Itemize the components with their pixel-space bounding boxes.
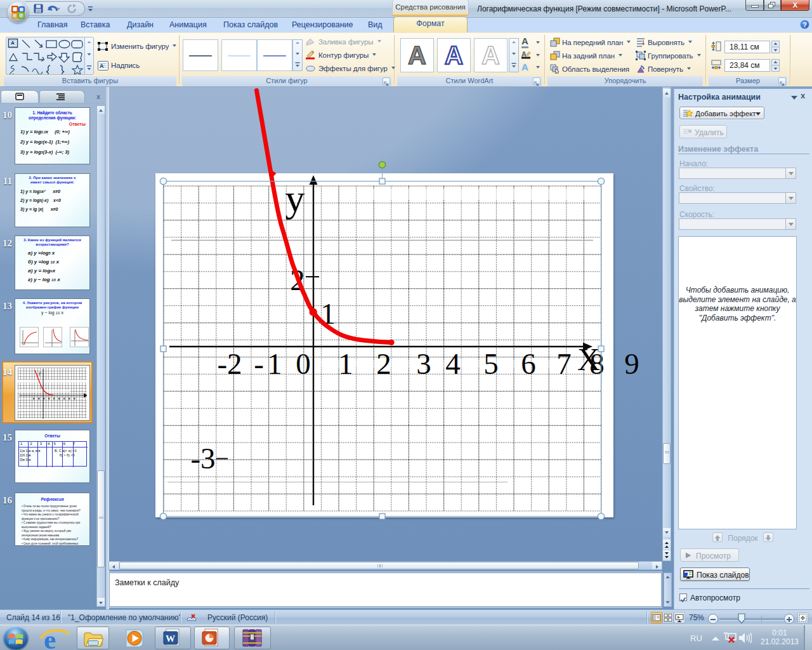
svg-text:-3: -3 — [190, 442, 215, 475]
svg-text:W: W — [166, 633, 175, 644]
svg-text:y: y — [285, 176, 305, 220]
svg-text:6: 6 — [521, 347, 536, 380]
svg-text:2: 2 — [376, 347, 391, 380]
svg-text:A: A — [11, 40, 15, 46]
svg-text:4: 4 — [445, 347, 461, 380]
svg-text:y: y — [38, 371, 41, 376]
svg-text:-2: -2 — [217, 347, 242, 380]
svg-text:5: 5 — [483, 347, 499, 380]
svg-text:1: 1 — [267, 347, 282, 380]
svg-text:9: 9 — [624, 347, 639, 380]
svg-text:A: A — [100, 63, 104, 69]
svg-text:7: 7 — [556, 347, 572, 380]
svg-text:-: - — [254, 347, 264, 380]
svg-text:0: 0 — [296, 347, 311, 380]
svg-text:1: 1 — [338, 347, 353, 380]
svg-text:X: X — [577, 342, 600, 377]
svg-text:А: А — [521, 50, 527, 58]
svg-text:3: 3 — [416, 347, 431, 380]
